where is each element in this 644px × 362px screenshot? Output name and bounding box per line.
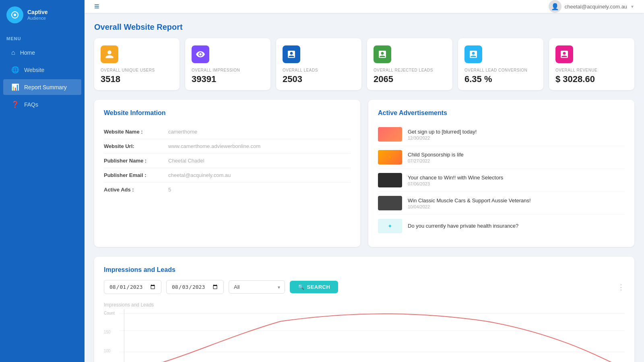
stat-card-impression: OVERALL IMPRESSION 39391: [185, 38, 270, 90]
info-val-publisher: Cheetal Chadel: [168, 158, 204, 164]
sidebar-logo: Captive Audience: [0, 0, 85, 30]
website-info-card: Website Information Website Name : camer…: [94, 100, 360, 247]
search-icon: 🔍: [298, 284, 305, 290]
ad-item-1: Get sign up to [blurred] today! 12/30/20…: [378, 123, 625, 146]
sidebar-item-report-label: Report Summary: [24, 84, 67, 90]
stat-card-rejected-leads: OVERALL REJECTED LEADS 2065: [367, 38, 452, 90]
ad-date-3: 07/06/2023: [408, 181, 625, 186]
ad-thumb-1: [378, 127, 402, 142]
chart-y-100: 100: [104, 349, 115, 353]
info-key-name: Website Name :: [104, 129, 168, 135]
chart-y-label: Count: [104, 311, 115, 315]
date-to-input[interactable]: [166, 280, 224, 294]
lead-conversion-icon: [464, 45, 482, 63]
ad-info-1: Get sign up to [blurred] today! 12/30/20…: [408, 129, 625, 140]
chart-y-150: 150: [104, 330, 115, 334]
rejected-leads-icon: [374, 45, 391, 63]
ad-title-2: Child Sponsorship is life: [408, 152, 625, 158]
ad-title-4: Win Classic Muscle Cars & Support Aussie…: [408, 197, 625, 204]
home-icon: ⌂: [11, 49, 15, 56]
filter-select[interactable]: All Impressions Leads: [229, 280, 285, 294]
stats-row: OVERALL UNIQUE USERS 3518 OVERALL IMPRES…: [94, 38, 634, 90]
info-key-publisher: Publisher Name :: [104, 158, 168, 164]
ad-info-4: Win Classic Muscle Cars & Support Aussie…: [408, 197, 625, 209]
ad-thumb-2: 🔸: [378, 150, 402, 165]
leads-icon: [283, 45, 300, 63]
ad-thumb-3: [378, 173, 402, 187]
sidebar-item-faqs-label: FAQs: [24, 101, 38, 108]
website-info-title: Website Information: [104, 109, 351, 117]
info-row-email: Publisher Email : cheetal@acquinely.com.…: [104, 168, 351, 183]
rejected-leads-value: 2065: [374, 74, 446, 84]
active-ads-title: Active Advertisements: [378, 109, 625, 117]
ad-date-4: 10/04/2022: [408, 204, 625, 209]
main-content: ≡ 👤 cheetal@acquinely.com.au ▼ Overall W…: [85, 0, 644, 362]
info-key-email: Publisher Email :: [104, 172, 168, 178]
active-ads-card: Active Advertisements Get sign up to [bl…: [368, 100, 634, 247]
impressions-title: Impressions and Leads: [104, 266, 625, 274]
filter-row: All Impressions Leads 🔍 SEARCH ⋮: [104, 280, 625, 294]
ad-info-5: Do you currently have private health ins…: [408, 223, 625, 230]
sidebar-item-report-summary[interactable]: 📊 Report Summary: [3, 79, 81, 95]
info-key-active-ads: Active Ads :: [104, 187, 168, 193]
stat-card-revenue: OVERALL REVENUE $ 3028.60: [549, 38, 634, 90]
impression-icon: [192, 45, 209, 63]
sidebar-item-faqs[interactable]: ❓ FAQs: [3, 97, 81, 112]
unique-users-icon: [101, 45, 118, 63]
hamburger-menu[interactable]: ≡: [94, 1, 99, 12]
filter-select-wrapper: All Impressions Leads: [229, 280, 285, 294]
user-dropdown-icon[interactable]: ▼: [630, 4, 634, 9]
search-btn-label: SEARCH: [307, 284, 330, 290]
ad-item-3: Your chance to Win!! with Wine Selectors…: [378, 169, 625, 192]
two-col-section: Website Information Website Name : camer…: [94, 100, 634, 247]
brand-sub: Audience: [27, 16, 48, 21]
ad-date-1: 12/30/2022: [408, 136, 625, 140]
website-icon: 🌐: [11, 66, 19, 74]
ad-date-2: 07/27/2022: [408, 158, 625, 163]
rejected-leads-label: OVERALL REJECTED LEADS: [374, 68, 446, 72]
svg-point-2: [14, 14, 16, 16]
date-from-input[interactable]: [104, 280, 161, 294]
ad-item-5: ✦ Do you currently have private health i…: [378, 215, 625, 237]
unique-users-label: OVERALL UNIQUE USERS: [101, 68, 173, 72]
info-val-url: www.camerthome.adviewerbonline.com: [168, 143, 260, 149]
info-key-url: Website Url:: [104, 143, 168, 149]
sidebar-item-home-label: Home: [20, 49, 35, 56]
info-val-email: cheetal@acquinely.com.au: [168, 172, 231, 178]
revenue-value: $ 3028.60: [555, 74, 628, 84]
info-row-publisher: Publisher Name : Cheetal Chadel: [104, 154, 351, 168]
logo-icon: [6, 6, 23, 23]
leads-label: OVERALL LEADS: [283, 68, 355, 72]
chart-options-icon[interactable]: ⋮: [617, 283, 625, 292]
stat-card-unique-users: OVERALL UNIQUE USERS 3518: [94, 38, 180, 90]
search-button[interactable]: 🔍 SEARCH: [290, 281, 338, 293]
ad-thumb-5: ✦: [378, 219, 402, 233]
sidebar-item-website[interactable]: 🌐 Website: [3, 62, 81, 78]
report-icon: 📊: [11, 83, 19, 91]
unique-users-value: 3518: [101, 74, 173, 84]
sidebar: Captive Audience MENU ⌂ Home 🌐 Website 📊…: [0, 0, 85, 362]
brand-name: Captive: [27, 9, 48, 16]
chart-title: Impressions and Leads: [104, 302, 625, 308]
ad-thumb-4: [378, 196, 402, 210]
ad-item-4: Win Classic Muscle Cars & Support Aussie…: [378, 192, 625, 215]
sidebar-item-home[interactable]: ⌂ Home: [3, 45, 81, 60]
page-title: Overall Website Report: [94, 23, 634, 32]
topbar: ≡ 👤 cheetal@acquinely.com.au ▼: [85, 0, 644, 13]
info-row-url: Website Url: www.camerthome.adviewerbonl…: [104, 139, 351, 154]
ad-item-2: 🔸 Child Sponsorship is life 07/27/2022: [378, 146, 625, 169]
topbar-right: 👤 cheetal@acquinely.com.au ▼: [549, 0, 634, 13]
revenue-label: OVERALL REVENUE: [555, 68, 628, 72]
ad-title-5: Do you currently have private health ins…: [408, 223, 625, 229]
faq-icon: ❓: [11, 101, 19, 108]
revenue-icon: [555, 45, 573, 63]
info-row-active-ads: Active Ads : 5: [104, 183, 351, 197]
impression-label: OVERALL IMPRESSION: [192, 68, 264, 72]
stat-card-leads: OVERALL LEADS 2503: [276, 38, 361, 90]
info-val-active-ads: 5: [168, 187, 171, 193]
user-email: cheetal@acquinely.com.au: [565, 4, 627, 10]
lead-conversion-value: 6.35 %: [464, 74, 537, 84]
chart-svg: [120, 309, 625, 362]
ad-title-1: Get sign up to [blurred] today!: [408, 129, 625, 135]
avatar: 👤: [549, 0, 561, 13]
